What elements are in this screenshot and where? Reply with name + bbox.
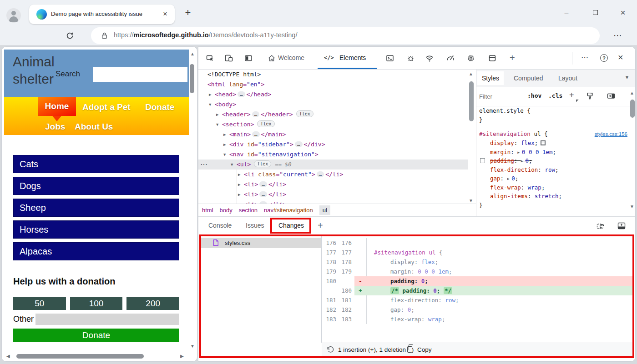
crumb-body[interactable]: body xyxy=(220,207,233,214)
page-scroll-left-icon[interactable]: ◀ xyxy=(6,354,10,359)
rule-selector[interactable]: #sitenavigation ul { styles.css:156 xyxy=(476,130,629,139)
dom-row[interactable]: ▶<li>…</li> xyxy=(198,189,468,199)
collapsed-content-icon[interactable]: … xyxy=(252,131,260,137)
collapsed-content-icon[interactable]: … xyxy=(317,171,324,177)
nav-home[interactable]: Home xyxy=(38,97,76,116)
styles-scroll-up-icon[interactable]: ▲ xyxy=(630,90,634,95)
performance-button[interactable] xyxy=(446,54,455,62)
tab-elements[interactable]: Elements xyxy=(339,54,366,61)
property-checkbox[interactable] xyxy=(480,158,485,163)
expand-arrow-icon[interactable]: ▶ xyxy=(238,199,244,204)
dom-scroll-down-icon[interactable]: ▼ xyxy=(469,198,473,203)
expand-arrow-icon[interactable]: ▼ xyxy=(231,160,237,170)
expand-arrow-icon[interactable]: ▼ xyxy=(223,150,229,160)
diff-row[interactable]: 176176 xyxy=(322,238,632,248)
nav-jobs[interactable]: Jobs xyxy=(45,122,65,132)
copy-button[interactable]: Copy xyxy=(417,346,432,353)
dom-row[interactable]: ▶<head>…</head> xyxy=(198,90,468,100)
crumb-html[interactable]: html xyxy=(202,207,213,214)
toggle-class-button[interactable]: .cls xyxy=(548,92,562,99)
rule-source-link[interactable]: styles.css:156 xyxy=(595,130,627,139)
copy-icon[interactable] xyxy=(407,346,412,353)
search-input[interactable] xyxy=(93,67,187,82)
dom-row[interactable]: <!DOCTYPE html> xyxy=(198,70,468,80)
reload-button[interactable] xyxy=(66,31,74,40)
collapsed-content-icon[interactable]: … xyxy=(252,111,260,117)
tab-console[interactable]: Console xyxy=(208,222,232,229)
collapsed-content-icon[interactable]: … xyxy=(238,91,245,97)
device-emulation-button[interactable] xyxy=(225,54,233,62)
diff-row[interactable]: 178178display: flex; xyxy=(322,257,632,267)
styles-scroll-down-icon[interactable]: ▼ xyxy=(630,204,634,209)
diff-row[interactable]: 180+/* padding: 0; */ xyxy=(322,286,632,295)
css-property-flex-direction[interactable]: flex-direction: row; xyxy=(476,165,629,175)
home-icon[interactable] xyxy=(268,54,276,62)
expand-arrow-icon[interactable]: ▶ xyxy=(238,180,244,189)
flex-badge[interactable]: flex xyxy=(257,120,274,127)
crumb-section[interactable]: section xyxy=(239,207,258,214)
dom-row[interactable]: ▶<li>…</li> xyxy=(198,180,468,189)
diff-row[interactable]: 180-padding: 0; xyxy=(322,276,632,286)
css-property-flex-wrap[interactable]: flex-wrap: wrap; xyxy=(476,183,629,192)
pet-link-cats[interactable]: Cats xyxy=(13,155,179,173)
collapsed-content-icon[interactable]: … xyxy=(259,181,267,187)
browser-tab[interactable]: Demo page with accessibility issue × xyxy=(29,5,175,24)
styles-overflow-chevron-icon[interactable]: ▾ xyxy=(626,74,628,80)
pet-link-horses[interactable]: Horses xyxy=(13,220,179,239)
flex-badge[interactable]: flex xyxy=(254,160,271,167)
revert-icon[interactable] xyxy=(326,345,334,354)
dom-scroll-up-icon[interactable]: ▲ xyxy=(469,71,473,76)
expand-arrow-icon[interactable]: ▼ xyxy=(216,120,222,130)
console-drawer-button[interactable] xyxy=(386,54,394,62)
flex-badge[interactable]: flex xyxy=(296,110,313,117)
diff-row[interactable]: 183183flex-wrap: wrap; xyxy=(322,314,632,324)
dom-row[interactable]: ▶<div id="sidebar">…</div> xyxy=(198,140,468,150)
flex-editor-icon[interactable] xyxy=(541,140,546,145)
css-property-margin[interactable]: margin: ▶ 0 0 0 1em; xyxy=(476,148,629,157)
toggle-pseudo-button[interactable]: :hov xyxy=(527,92,541,99)
amount-100-button[interactable]: 100 xyxy=(70,297,123,310)
file-item-selected[interactable]: styles.css xyxy=(201,238,321,248)
nav-donate[interactable]: Donate xyxy=(145,102,174,112)
dom-row[interactable]: ▶<header>…</header>flex xyxy=(198,110,468,120)
application-button[interactable] xyxy=(488,54,496,62)
collapsed-content-icon[interactable]: … xyxy=(295,141,303,147)
brush-icon[interactable] xyxy=(586,92,594,101)
page-scroll-right-icon[interactable]: ▶ xyxy=(180,354,184,359)
css-property-padding[interactable]: padding: ▶ 0; xyxy=(476,156,629,165)
page-vertical-scrollbar[interactable] xyxy=(190,64,194,93)
rendering-emulation-icon[interactable] xyxy=(607,92,616,100)
minimize-button[interactable]: – xyxy=(559,8,574,18)
nav-about-us[interactable]: About Us xyxy=(75,122,113,132)
network-button[interactable] xyxy=(425,54,434,62)
crumb-nav[interactable]: nav#sitenavigation xyxy=(264,207,313,214)
amount-200-button[interactable]: 200 xyxy=(126,297,179,310)
revert-all-changes-icon[interactable] xyxy=(596,222,605,230)
add-drawer-tab-button[interactable]: + xyxy=(318,220,323,231)
expand-arrow-icon[interactable]: ▶ xyxy=(238,170,244,180)
tab-styles[interactable]: Styles xyxy=(477,71,504,85)
dom-row[interactable]: ▶<li class="current">…</li> xyxy=(198,170,468,180)
page-horizontal-scrollbar[interactable] xyxy=(16,354,144,359)
dom-row[interactable]: ▶<main>…</main> xyxy=(198,130,468,140)
dom-row[interactable]: ···▼<ul>flex== $0 xyxy=(198,160,468,170)
tab-issues[interactable]: Issues xyxy=(246,222,264,229)
debugger-button[interactable] xyxy=(406,54,415,62)
tab-computed[interactable]: Computed xyxy=(509,71,548,85)
dom-scrollbar[interactable] xyxy=(469,81,474,121)
devtools-close-button[interactable]: × xyxy=(618,52,623,63)
expand-arrow-icon[interactable]: ▼ xyxy=(209,100,215,110)
crumb-ul[interactable]: ul xyxy=(319,205,330,215)
window-close-button[interactable]: × xyxy=(615,8,631,18)
page-scroll-up-icon[interactable]: ▲ xyxy=(190,51,195,56)
dock-side-button[interactable] xyxy=(244,54,253,62)
dom-row[interactable]: ▼<section>flex xyxy=(198,120,468,130)
amount-50-button[interactable]: 50 xyxy=(13,297,66,310)
pet-link-alpacas[interactable]: Alpacas xyxy=(13,242,179,260)
expand-arrow-icon[interactable]: ▶ xyxy=(216,110,222,120)
new-style-rule-button[interactable]: + xyxy=(569,90,574,100)
pet-link-dogs[interactable]: Dogs xyxy=(13,177,179,195)
page-scroll-down-icon[interactable]: ▼ xyxy=(190,344,195,349)
pet-link-sheep[interactable]: Sheep xyxy=(13,199,179,217)
devtools-more-button[interactable]: ⋯ xyxy=(581,53,589,62)
